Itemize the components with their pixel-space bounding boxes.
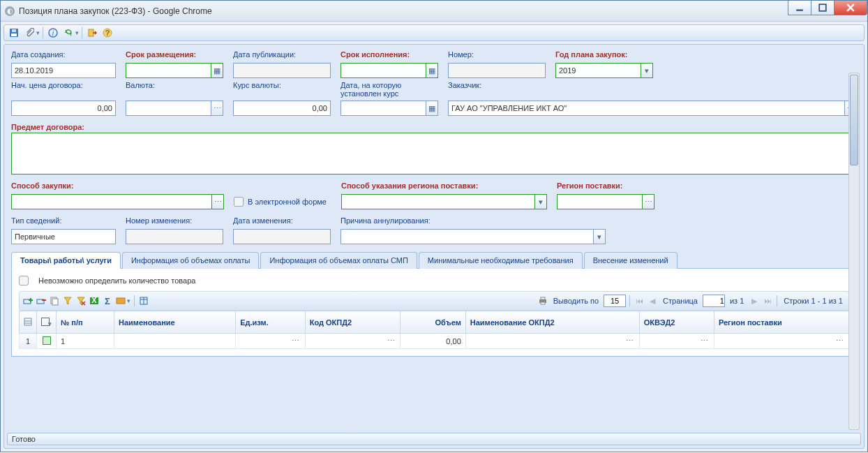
rate-date-input[interactable]	[341, 101, 426, 116]
copy-icon[interactable]	[49, 295, 60, 306]
print-icon[interactable]	[537, 295, 548, 306]
col-volume[interactable]: Объем	[401, 311, 466, 334]
close-button[interactable]	[834, 1, 867, 15]
lookup-icon[interactable]: ⋯	[700, 336, 710, 346]
col-region[interactable]: Регион поставки	[714, 311, 848, 334]
minimize-button[interactable]	[788, 1, 811, 15]
goods-panel: Невозможно определить количество товара …	[11, 269, 857, 357]
calendar-icon[interactable]: ▦	[426, 63, 438, 78]
next-page-icon[interactable]: ▶	[749, 295, 760, 306]
cant-determine-label: Невозможно определить количество товара	[38, 276, 195, 285]
vertical-scrollbar[interactable]	[848, 73, 860, 430]
lookup-icon[interactable]: ⋯	[211, 194, 224, 209]
cell-name[interactable]	[114, 334, 236, 349]
col-unit[interactable]: Ед.изм.	[236, 311, 305, 334]
add-row-icon[interactable]	[22, 295, 33, 306]
excel-icon[interactable]: X	[89, 295, 100, 306]
subject-textarea[interactable]	[11, 133, 857, 174]
lookup-icon[interactable]: ⋯	[642, 194, 654, 209]
help-button[interactable]: ?	[100, 26, 114, 40]
exec-deadline-input[interactable]	[341, 63, 426, 78]
region-input[interactable]	[557, 194, 642, 209]
columns-icon[interactable]	[138, 295, 149, 306]
col-okpd[interactable]: Код ОКПД2	[305, 311, 401, 334]
col-okpd-name[interactable]: Наименование ОКПД2	[465, 311, 639, 334]
purchase-method-input[interactable]	[11, 194, 211, 209]
customer-input[interactable]	[448, 101, 844, 116]
per-page-input[interactable]	[604, 295, 626, 307]
cell-region[interactable]: ⋯	[714, 334, 848, 349]
actions-icon[interactable]	[115, 295, 126, 306]
info-type-input[interactable]	[11, 229, 116, 244]
info-button[interactable]: i	[46, 26, 60, 40]
lookup-icon[interactable]: ⋯	[211, 101, 223, 116]
col-npp[interactable]: № п/п	[57, 311, 114, 334]
lookup-icon[interactable]: ⋯	[291, 336, 301, 346]
number-input[interactable]	[448, 63, 546, 78]
titlebar[interactable]: ◐ Позиция плана закупок (223-ФЗ) - Googl…	[1, 1, 867, 22]
col-okved[interactable]: ОКВЭД2	[639, 311, 714, 334]
region-mode-input[interactable]	[341, 194, 534, 209]
cant-determine-checkbox[interactable]	[19, 276, 29, 285]
cell-unit[interactable]: ⋯	[236, 334, 305, 349]
calendar-icon[interactable]: ▦	[211, 63, 223, 78]
filter-icon[interactable]	[62, 295, 73, 306]
tab-min-requirements[interactable]: Минимальные необходимые требования	[419, 252, 583, 269]
calendar-icon[interactable]: ▦	[426, 101, 438, 116]
rate-date-label: Дата, на которую установлен курс	[341, 81, 438, 98]
scrollbar-thumb[interactable]	[850, 75, 858, 165]
lookup-icon[interactable]: ⋯	[386, 336, 396, 346]
first-page-icon[interactable]: ⏮	[634, 295, 645, 306]
last-page-icon[interactable]: ⏭	[762, 295, 773, 306]
dropdown-icon[interactable]: ▾	[75, 29, 79, 36]
region-mode-label: Способ указания региона поставки:	[341, 181, 547, 190]
cell-npp[interactable]: 1	[57, 334, 114, 349]
eform-checkbox[interactable]	[234, 197, 244, 207]
start-price-input[interactable]	[11, 101, 116, 116]
cell-okved[interactable]: ⋯	[639, 334, 714, 349]
save-button[interactable]	[7, 26, 21, 40]
plan-year-input[interactable]	[555, 63, 641, 78]
dropdown-icon[interactable]: ▾	[36, 29, 40, 36]
pub-date-input[interactable]	[233, 63, 331, 78]
change-num-input[interactable]	[126, 229, 223, 244]
currency-input[interactable]	[126, 101, 211, 116]
svg-rect-5	[11, 34, 17, 36]
col-name[interactable]: Наименование	[114, 311, 236, 334]
exit-button[interactable]	[85, 26, 99, 40]
chevron-down-icon[interactable]: ▾	[534, 194, 547, 209]
lookup-icon[interactable]: ⋯	[835, 336, 844, 346]
chevron-down-icon[interactable]: ▾	[641, 63, 653, 78]
grid-toolbar: X Σ ▾ Выводить по ⏮ ◀ Страница из 1 ▶ ⏭ …	[19, 291, 849, 311]
prev-page-icon[interactable]: ◀	[647, 295, 658, 306]
rate-input[interactable]	[233, 101, 331, 116]
cell-checkbox[interactable]	[37, 334, 57, 349]
page-input[interactable]	[703, 295, 725, 307]
plan-year-label: Год плана закупок:	[555, 50, 653, 59]
cell-okpd[interactable]: ⋯	[305, 334, 401, 349]
tab-changes[interactable]: Внесение изменений	[584, 252, 678, 269]
lookup-icon[interactable]: ⋯	[625, 336, 635, 346]
chevron-down-icon[interactable]: ▾	[593, 229, 606, 244]
col-rownum[interactable]	[20, 311, 37, 334]
svg-text:X: X	[91, 296, 97, 304]
create-date-input[interactable]	[11, 63, 116, 78]
maximize-button[interactable]	[811, 1, 835, 15]
refresh-button[interactable]	[61, 26, 75, 40]
tab-payment-info[interactable]: Информация об объемах оплаты	[122, 252, 259, 269]
cancel-reason-input[interactable]	[341, 229, 593, 244]
attach-button[interactable]	[22, 26, 36, 40]
tab-goods[interactable]: Товары\ работы\ услуги	[11, 252, 121, 269]
tab-payment-info-smp[interactable]: Информация об объемах оплаты СМП	[260, 252, 417, 269]
cell-okpd-name[interactable]: ⋯	[465, 334, 639, 349]
change-date-input[interactable]	[233, 229, 331, 244]
sum-icon[interactable]: Σ	[102, 295, 113, 306]
col-checkbox[interactable]: ▾	[37, 311, 57, 334]
cell-volume[interactable]: 0,00	[401, 334, 466, 349]
dropdown-icon[interactable]: ▾	[127, 297, 130, 304]
clear-filter-icon[interactable]	[75, 295, 87, 306]
table-row[interactable]: 1 1 ⋯ ⋯ 0,00 ⋯ ⋯ ⋯	[20, 334, 849, 349]
cell-rownum: 1	[20, 334, 37, 349]
delete-row-icon[interactable]	[36, 295, 47, 306]
place-deadline-input[interactable]	[126, 63, 211, 78]
